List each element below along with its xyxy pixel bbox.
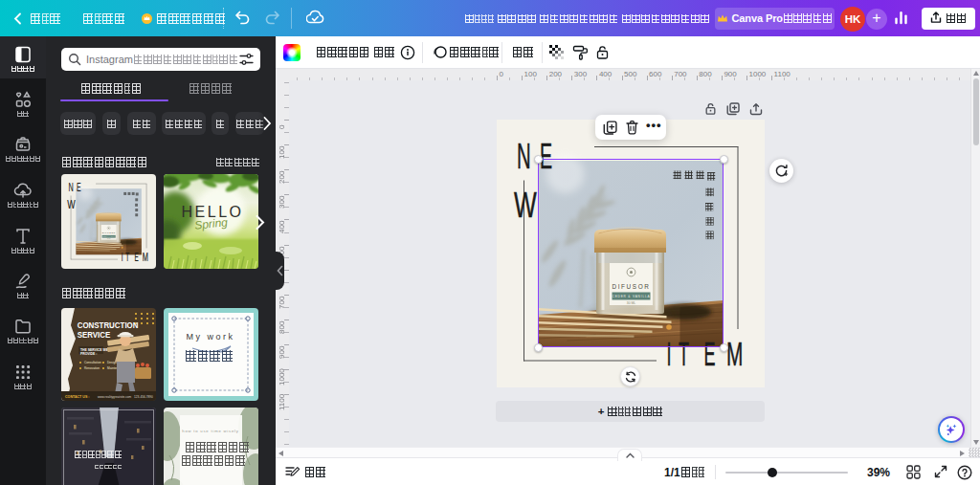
svg-text:N: N (68, 180, 73, 194)
svg-text:E: E (77, 181, 81, 194)
svg-text:how to use time wisely: how to use time wisely (182, 429, 239, 433)
svg-text:W: W (67, 197, 76, 210)
svg-text:My work: My work (187, 332, 235, 342)
svg-text:N: N (517, 137, 531, 176)
svg-text:E: E (135, 250, 139, 263)
svg-text:I: I (122, 250, 123, 263)
svg-text:Renovation: Renovation (84, 366, 100, 370)
svg-text:30 ML: 30 ML (107, 238, 111, 239)
svg-text:CONTACT US :: CONTACT US : (65, 395, 90, 399)
svg-text:M: M (143, 251, 148, 263)
svg-text:SERVICE: SERVICE (78, 330, 111, 341)
svg-text:W: W (514, 185, 537, 225)
svg-text:www.realitygreatsite.com: www.realitygreatsite.com (98, 395, 132, 399)
svg-text:DIFUSOR: DIFUSOR (102, 231, 116, 233)
svg-text:T: T (125, 250, 129, 263)
svg-text:M: M (726, 334, 743, 372)
svg-text:PROVIDE :: PROVIDE : (80, 352, 97, 356)
svg-text:Consultation: Consultation (84, 361, 101, 364)
svg-text:123-456-7890: 123-456-7890 (134, 395, 153, 399)
